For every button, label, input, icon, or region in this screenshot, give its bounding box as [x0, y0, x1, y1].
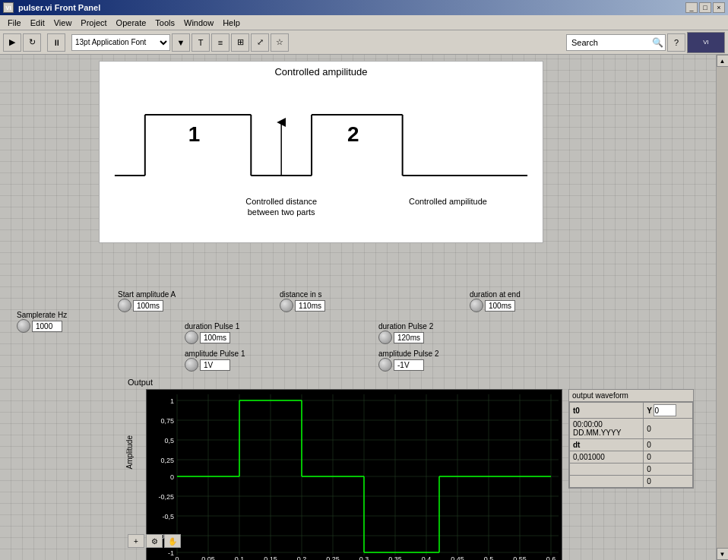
maximize-button[interactable]: □	[699, 2, 711, 13]
amplitude-pulse2-value[interactable]: -1V	[394, 359, 424, 371]
pause-button[interactable]: ⏸	[47, 33, 65, 52]
amplitude-pulse1-value[interactable]: 1V	[200, 359, 230, 371]
title-bar-buttons: _ □ ×	[685, 2, 725, 13]
diagram-title: Controlled ampilitude	[100, 66, 543, 78]
duration-pulse1-knob[interactable]	[185, 331, 198, 344]
menu-edit[interactable]: Edit	[26, 17, 49, 29]
start-amplitude-input: 100ms	[118, 299, 176, 312]
svg-text:0: 0	[170, 473, 174, 481]
waveform-extra-row2: 0	[570, 476, 693, 488]
waveform-panel-title: output waveform	[569, 390, 693, 402]
duration-pulse1-value[interactable]: 100ms	[200, 332, 230, 343]
duration-pulse2-label: duration Pulse 2	[378, 322, 433, 331]
search-icon[interactable]: 🔍	[652, 37, 663, 48]
duration-pulse2-value[interactable]: 120ms	[394, 332, 424, 343]
chart-tool-1[interactable]: +	[128, 534, 144, 548]
extra-y-value2: 0	[644, 476, 693, 488]
start-amplitude-knob[interactable]	[118, 299, 131, 312]
minimize-button[interactable]: _	[685, 2, 698, 13]
y-spinbox[interactable]	[654, 404, 676, 416]
distance-control: distance in s 110ms	[280, 290, 325, 312]
duration-pulse2-knob[interactable]	[378, 331, 392, 344]
duration-pulse2-input: 120ms	[378, 331, 433, 344]
title-bar-left: VI pulser.vi Front Panel	[3, 2, 100, 13]
output-label: Output	[128, 378, 153, 387]
dt-y-value2: 0	[644, 451, 693, 464]
svg-text:0,25: 0,25	[326, 555, 340, 560]
svg-text:0,3: 0,3	[359, 555, 369, 560]
resize-tool[interactable]: ⤢	[251, 33, 269, 52]
search-container: 🔍	[566, 34, 666, 51]
menu-project[interactable]: Project	[76, 17, 111, 29]
font-size-down[interactable]: ▼	[172, 33, 190, 52]
y-header: Y	[644, 403, 693, 419]
chart-tool-2[interactable]: ⚙	[146, 534, 163, 548]
svg-text:0,5: 0,5	[164, 437, 174, 445]
right-scrollbar: ▲ ▼	[716, 55, 728, 560]
waveform-table: t0 Y 00:00:00 DD.MM.YYYY 0 dt 0 0,001000	[569, 402, 693, 488]
app-icon: VI	[3, 2, 14, 13]
samplerate-value[interactable]: 1000	[32, 321, 62, 332]
svg-text:2: 2	[347, 122, 359, 146]
svg-text:Controlled ampilitude: Controlled ampilitude	[409, 197, 487, 206]
vi-icon-panel: VI	[687, 32, 725, 53]
menu-operate[interactable]: Operate	[112, 17, 151, 29]
waveform-panel: output waveform t0 Y 00:00:00 DD.MM.YYYY…	[568, 389, 694, 489]
scroll-down-button[interactable]: ▼	[717, 548, 729, 560]
duration-end-value[interactable]: 100ms	[485, 300, 515, 312]
start-amplitude-label: Start amplitude A	[118, 290, 176, 299]
distribute-tool[interactable]: ⊞	[231, 33, 249, 52]
t0-y-value: 0	[644, 419, 693, 439]
duration-end-control: duration at end 100ms	[470, 290, 521, 312]
scroll-track[interactable]	[717, 67, 729, 548]
reorder-tool[interactable]: ☆	[271, 33, 289, 52]
chart-bottom-toolbar: + ⚙ ✋	[128, 534, 181, 548]
help-button[interactable]: ?	[667, 33, 685, 52]
duration-pulse1-label: duration Pulse 1	[185, 322, 239, 331]
distance-value[interactable]: 110ms	[295, 300, 325, 312]
menu-help[interactable]: Help	[218, 17, 245, 29]
diagram-box: Controlled ampilitude	[99, 61, 543, 243]
menu-file[interactable]: File	[3, 17, 26, 29]
search-input[interactable]	[568, 35, 652, 50]
svg-text:0,15: 0,15	[264, 555, 277, 560]
menu-window[interactable]: Window	[179, 17, 218, 29]
extra-cell1	[570, 464, 644, 476]
text-tool[interactable]: T	[191, 33, 210, 52]
main-area: Controlled ampilitude	[0, 55, 728, 560]
font-select[interactable]: 13pt Application Font	[71, 34, 170, 51]
start-amplitude-value[interactable]: 100ms	[133, 300, 163, 312]
svg-text:0,55: 0,55	[513, 555, 527, 560]
amplitude-pulse2-knob[interactable]	[378, 358, 392, 372]
duration-pulse1-control: duration Pulse 1 100ms	[185, 322, 239, 344]
run-cont-button[interactable]: ↻	[23, 33, 41, 52]
svg-text:0,4: 0,4	[422, 555, 432, 560]
svg-text:0,5: 0,5	[484, 555, 494, 560]
close-button[interactable]: ×	[713, 2, 725, 13]
title-bar: VI pulser.vi Front Panel _ □ ×	[0, 0, 728, 15]
chart-tool-3[interactable]: ✋	[164, 534, 181, 548]
waveform-extra-row1: 0	[570, 464, 693, 476]
run-arrow-button[interactable]: ▶	[3, 33, 21, 52]
t0-value: 00:00:00 DD.MM.YYYY	[570, 419, 644, 439]
distance-knob[interactable]	[280, 299, 293, 312]
menu-tools[interactable]: Tools	[150, 17, 179, 29]
amplitude-pulse2-input: -1V	[378, 358, 439, 372]
amplitude-pulse1-knob[interactable]	[185, 358, 198, 372]
svg-text:1: 1	[188, 122, 201, 146]
svg-text:1: 1	[170, 397, 174, 405]
y-label: Y	[647, 407, 652, 415]
menu-view[interactable]: View	[49, 17, 77, 29]
amplitude-pulse1-label: amplitude Pulse 1	[185, 350, 245, 358]
dt-value: 0,001000	[570, 451, 644, 464]
extra-cell2	[570, 476, 644, 488]
samplerate-knob[interactable]	[17, 319, 30, 333]
align-tool[interactable]: ≡	[211, 33, 229, 52]
samplerate-input: 1000	[17, 319, 67, 333]
y-axis-label: Amplitude	[125, 435, 134, 469]
scroll-up-button[interactable]: ▲	[717, 55, 729, 67]
duration-end-knob[interactable]	[470, 299, 483, 312]
svg-text:0,35: 0,35	[388, 555, 402, 560]
duration-pulse2-control: duration Pulse 2 120ms	[378, 322, 433, 344]
chart-container: 1 0,75 0,5 0,25 0 -0,25 -0,5 -0,75 -1 0 …	[146, 389, 562, 560]
